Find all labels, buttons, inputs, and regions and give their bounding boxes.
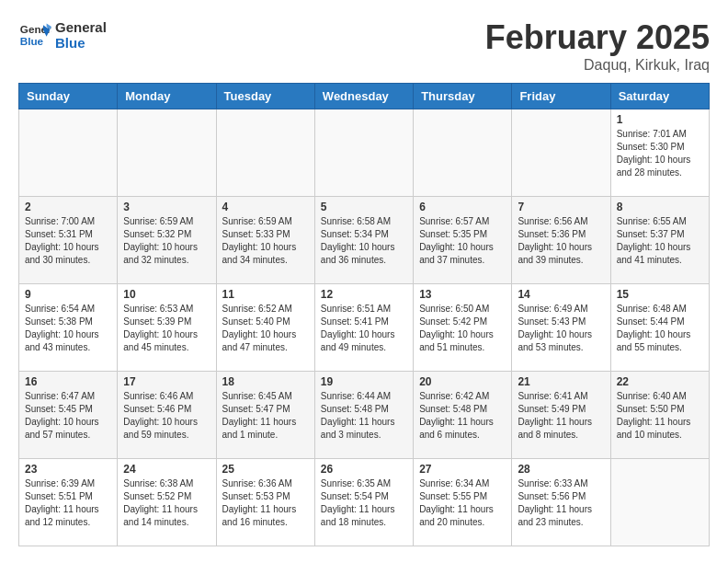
calendar-week-row: 16Sunrise: 6:47 AM Sunset: 5:45 PM Dayli… <box>19 372 710 459</box>
day-number: 20 <box>419 375 506 388</box>
day-number: 9 <box>25 288 111 301</box>
day-number: 26 <box>321 463 407 476</box>
day-info: Sunrise: 6:55 AM Sunset: 5:37 PM Dayligh… <box>617 215 703 267</box>
day-number: 15 <box>617 288 703 301</box>
calendar-cell: 3Sunrise: 6:59 AM Sunset: 5:32 PM Daylig… <box>118 197 216 284</box>
day-info: Sunrise: 6:45 AM Sunset: 5:47 PM Dayligh… <box>222 390 309 442</box>
day-info: Sunrise: 6:39 AM Sunset: 5:51 PM Dayligh… <box>25 477 111 529</box>
calendar-cell <box>19 109 118 197</box>
col-header-monday: Monday <box>118 84 216 109</box>
day-number: 13 <box>419 288 506 301</box>
day-info: Sunrise: 6:53 AM Sunset: 5:39 PM Dayligh… <box>123 303 210 354</box>
day-number: 12 <box>321 288 407 301</box>
calendar-header-row: SundayMondayTuesdayWednesdayThursdayFrid… <box>19 84 710 109</box>
day-number: 25 <box>222 463 309 476</box>
day-number: 22 <box>617 375 703 388</box>
calendar-cell: 7Sunrise: 6:56 AM Sunset: 5:36 PM Daylig… <box>512 197 610 284</box>
day-number: 23 <box>25 463 111 476</box>
col-header-tuesday: Tuesday <box>216 84 314 109</box>
day-number: 16 <box>25 375 111 388</box>
calendar-cell: 10Sunrise: 6:53 AM Sunset: 5:39 PM Dayli… <box>118 284 216 372</box>
calendar-cell: 14Sunrise: 6:49 AM Sunset: 5:43 PM Dayli… <box>512 284 610 372</box>
calendar-cell <box>118 109 216 197</box>
day-number: 1 <box>617 113 703 126</box>
calendar-cell <box>314 109 413 197</box>
day-info: Sunrise: 6:46 AM Sunset: 5:46 PM Dayligh… <box>123 390 210 442</box>
day-info: Sunrise: 6:56 AM Sunset: 5:36 PM Dayligh… <box>518 215 604 267</box>
calendar-cell: 28Sunrise: 6:33 AM Sunset: 5:56 PM Dayli… <box>512 459 610 546</box>
title-block: February 2025 Daquq, Kirkuk, Iraq <box>485 18 710 74</box>
day-number: 19 <box>321 375 407 388</box>
calendar-cell: 2Sunrise: 7:00 AM Sunset: 5:31 PM Daylig… <box>19 197 118 284</box>
logo: General Blue General Blue <box>18 18 107 52</box>
day-info: Sunrise: 6:51 AM Sunset: 5:41 PM Dayligh… <box>321 303 407 354</box>
day-number: 3 <box>123 201 210 213</box>
location: Daquq, Kirkuk, Iraq <box>485 57 710 74</box>
day-number: 18 <box>222 375 309 388</box>
day-number: 28 <box>518 463 604 476</box>
calendar-cell: 4Sunrise: 6:59 AM Sunset: 5:33 PM Daylig… <box>216 197 314 284</box>
day-number: 11 <box>222 288 309 301</box>
calendar-week-row: 23Sunrise: 6:39 AM Sunset: 5:51 PM Dayli… <box>19 459 710 546</box>
calendar-cell: 5Sunrise: 6:58 AM Sunset: 5:34 PM Daylig… <box>314 197 413 284</box>
calendar-cell: 8Sunrise: 6:55 AM Sunset: 5:37 PM Daylig… <box>610 197 709 284</box>
day-info: Sunrise: 6:49 AM Sunset: 5:43 PM Dayligh… <box>518 303 604 354</box>
page-header: General Blue General Blue February 2025 … <box>18 18 710 74</box>
day-number: 21 <box>518 375 604 388</box>
day-info: Sunrise: 6:50 AM Sunset: 5:42 PM Dayligh… <box>419 303 506 354</box>
day-info: Sunrise: 6:57 AM Sunset: 5:35 PM Dayligh… <box>419 215 506 267</box>
calendar-cell <box>512 109 610 197</box>
day-number: 14 <box>518 288 604 301</box>
day-number: 10 <box>123 288 210 301</box>
day-number: 5 <box>321 201 407 213</box>
calendar-cell: 21Sunrise: 6:41 AM Sunset: 5:49 PM Dayli… <box>512 372 610 459</box>
day-info: Sunrise: 7:01 AM Sunset: 5:30 PM Dayligh… <box>617 128 703 179</box>
day-number: 2 <box>25 201 111 213</box>
calendar-cell: 23Sunrise: 6:39 AM Sunset: 5:51 PM Dayli… <box>19 459 118 546</box>
day-info: Sunrise: 6:59 AM Sunset: 5:32 PM Dayligh… <box>123 215 210 267</box>
calendar-week-row: 1Sunrise: 7:01 AM Sunset: 5:30 PM Daylig… <box>19 109 710 197</box>
day-info: Sunrise: 6:42 AM Sunset: 5:48 PM Dayligh… <box>419 390 506 442</box>
col-header-saturday: Saturday <box>610 84 709 109</box>
calendar-week-row: 2Sunrise: 7:00 AM Sunset: 5:31 PM Daylig… <box>19 197 710 284</box>
calendar-cell: 19Sunrise: 6:44 AM Sunset: 5:48 PM Dayli… <box>314 372 413 459</box>
calendar-week-row: 9Sunrise: 6:54 AM Sunset: 5:38 PM Daylig… <box>19 284 710 372</box>
day-number: 7 <box>518 201 604 213</box>
calendar-cell: 18Sunrise: 6:45 AM Sunset: 5:47 PM Dayli… <box>216 372 314 459</box>
day-number: 6 <box>419 201 506 213</box>
logo-general: General <box>55 19 107 35</box>
calendar-cell: 9Sunrise: 6:54 AM Sunset: 5:38 PM Daylig… <box>19 284 118 372</box>
day-number: 8 <box>617 201 703 213</box>
day-info: Sunrise: 6:54 AM Sunset: 5:38 PM Dayligh… <box>25 303 111 354</box>
calendar-cell <box>414 109 512 197</box>
day-info: Sunrise: 6:59 AM Sunset: 5:33 PM Dayligh… <box>222 215 309 267</box>
day-info: Sunrise: 6:40 AM Sunset: 5:50 PM Dayligh… <box>617 390 703 442</box>
day-info: Sunrise: 6:58 AM Sunset: 5:34 PM Dayligh… <box>321 215 407 267</box>
month-title: February 2025 <box>485 18 710 57</box>
day-info: Sunrise: 6:48 AM Sunset: 5:44 PM Dayligh… <box>617 303 703 354</box>
calendar-cell: 15Sunrise: 6:48 AM Sunset: 5:44 PM Dayli… <box>610 284 709 372</box>
col-header-sunday: Sunday <box>19 84 118 109</box>
day-info: Sunrise: 6:44 AM Sunset: 5:48 PM Dayligh… <box>321 390 407 442</box>
col-header-wednesday: Wednesday <box>314 84 413 109</box>
day-number: 17 <box>123 375 210 388</box>
day-info: Sunrise: 6:41 AM Sunset: 5:49 PM Dayligh… <box>518 390 604 442</box>
col-header-thursday: Thursday <box>414 84 512 109</box>
calendar-cell: 1Sunrise: 7:01 AM Sunset: 5:30 PM Daylig… <box>610 109 709 197</box>
day-number: 4 <box>222 201 309 213</box>
day-info: Sunrise: 7:00 AM Sunset: 5:31 PM Dayligh… <box>25 215 111 267</box>
day-info: Sunrise: 6:35 AM Sunset: 5:54 PM Dayligh… <box>321 477 407 529</box>
day-info: Sunrise: 6:38 AM Sunset: 5:52 PM Dayligh… <box>123 477 210 529</box>
col-header-friday: Friday <box>512 84 610 109</box>
day-info: Sunrise: 6:36 AM Sunset: 5:53 PM Dayligh… <box>222 477 309 529</box>
calendar-cell: 20Sunrise: 6:42 AM Sunset: 5:48 PM Dayli… <box>414 372 512 459</box>
calendar-cell <box>610 459 709 546</box>
calendar-cell: 6Sunrise: 6:57 AM Sunset: 5:35 PM Daylig… <box>414 197 512 284</box>
calendar-table: SundayMondayTuesdayWednesdayThursdayFrid… <box>18 83 710 546</box>
day-number: 27 <box>419 463 506 476</box>
calendar-cell: 22Sunrise: 6:40 AM Sunset: 5:50 PM Dayli… <box>610 372 709 459</box>
calendar-cell: 11Sunrise: 6:52 AM Sunset: 5:40 PM Dayli… <box>216 284 314 372</box>
day-info: Sunrise: 6:47 AM Sunset: 5:45 PM Dayligh… <box>25 390 111 442</box>
calendar-cell: 24Sunrise: 6:38 AM Sunset: 5:52 PM Dayli… <box>118 459 216 546</box>
svg-text:Blue: Blue <box>20 35 44 47</box>
